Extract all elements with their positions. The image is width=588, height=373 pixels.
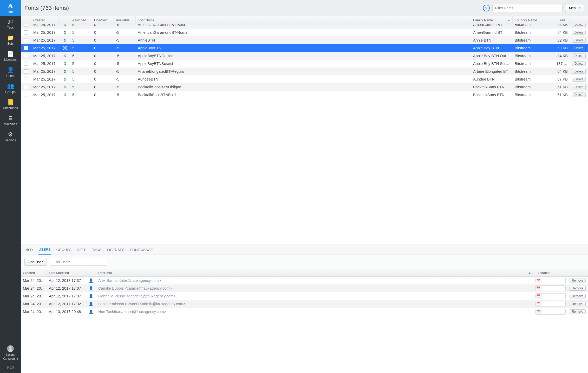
- sidebar-users[interactable]: 👤Users: [0, 64, 21, 81]
- delete-button[interactable]: Delete: [572, 61, 586, 66]
- user-row[interactable]: Mar 24, 2017Apr 12, 2017 17:37👤Gabriella…: [21, 292, 588, 300]
- ucell-userinfo: Gabriella Russo <gabriella@fauxagency.co…: [96, 294, 533, 298]
- expiration-input[interactable]: 📅: [535, 301, 566, 307]
- cell-created: Mar 25, 2017: [31, 54, 60, 58]
- delete-button[interactable]: Delete: [572, 30, 586, 35]
- col-foundry-name[interactable]: Foundry Name: [513, 16, 554, 24]
- user-row[interactable]: Mar 24, 2017Apr 12, 2017 17:32👤Lucas Kar…: [21, 300, 588, 308]
- row-checkbox[interactable]: [24, 38, 28, 42]
- sidebar-groups[interactable]: 👥Groups: [0, 81, 21, 97]
- font-row[interactable]: Mar 25, 2017O50-5AundeeBTNAundee BTNBits…: [21, 75, 588, 83]
- ucol-created[interactable]: Created: [21, 269, 47, 276]
- remove-button[interactable]: Remove: [570, 309, 586, 314]
- font-row[interactable]: Mar 25, 2017O50-5AnnieBTNAnnie BTNBitstr…: [21, 36, 588, 44]
- row-checkbox[interactable]: [24, 62, 28, 66]
- sidebar-machines[interactable]: 🖥Machines: [0, 113, 21, 129]
- row-checkbox[interactable]: [24, 24, 28, 27]
- expiration-input[interactable]: 📅: [535, 309, 566, 315]
- col-family-name[interactable]: Family Name▲: [471, 16, 513, 24]
- filter-users-input[interactable]: [50, 258, 107, 266]
- ucell-userinfo: Camille Dubois <camille@fauxagency.com>: [96, 286, 533, 290]
- font-row[interactable]: Mar 25, 2017O50-5BacktalkSansBTNObliqueB…: [21, 83, 588, 91]
- tab-tags[interactable]: TAGS: [92, 245, 102, 254]
- tab-font-usage[interactable]: FONT USAGE: [130, 245, 153, 254]
- user-row[interactable]: Mar 24, 2017Apr 12, 2017 17:37👤Camille D…: [21, 284, 588, 292]
- ucol-userinfo[interactable]: User Info▲: [96, 269, 533, 276]
- col-size[interactable]: Size: [554, 16, 570, 24]
- user-row[interactable]: Mar 24, 2017Apr 12, 2017 17:37👤Alex Bart…: [21, 277, 588, 284]
- cell-assigned: 5: [70, 62, 92, 66]
- menu-button[interactable]: Menu ▾: [565, 4, 584, 12]
- cell-family-name: AmeriGarmnd BT: [471, 30, 513, 35]
- sidebar-sets[interactable]: 📁Sets: [0, 32, 21, 48]
- tab-groups[interactable]: GROUPS: [56, 245, 72, 254]
- font-row[interactable]: Mar 25, 2017O50-5AppleBoyBTNApple Boy BT…: [21, 44, 588, 52]
- row-checkbox[interactable]: [24, 69, 28, 74]
- app-version: 9.0.8: [0, 363, 21, 373]
- calendar-icon: 📅: [536, 301, 541, 307]
- expiration-input[interactable]: 📅: [535, 293, 566, 299]
- row-checkbox[interactable]: [24, 93, 28, 97]
- sidebar-directories[interactable]: 📒Directories: [0, 97, 21, 113]
- add-user-button[interactable]: Add User: [24, 258, 47, 266]
- cell-licensed: 0: [92, 54, 114, 58]
- cell-size: 51 KB: [554, 85, 570, 89]
- scrollbar[interactable]: [585, 24, 587, 97]
- tab-licenses[interactable]: LICENSES: [107, 245, 125, 254]
- current-user-menu[interactable]: Lucas Karlsson ▾: [0, 343, 21, 363]
- sidebar-item-label: Sets: [7, 42, 14, 45]
- user-row[interactable]: Mar 24, 2017Apr 13, 2017 20:48👤Nori Tach…: [21, 308, 588, 316]
- delete-button[interactable]: Delete: [572, 77, 586, 82]
- tab-users[interactable]: USERS: [38, 245, 51, 255]
- tab-sets[interactable]: SETS: [77, 245, 86, 254]
- col-font-name[interactable]: Font Name: [136, 16, 471, 24]
- font-row[interactable]: Mar 25, 2017O50-5BacktalkSansBTNBoldBack…: [21, 91, 588, 97]
- cell-available: -5: [114, 54, 136, 58]
- remove-button[interactable]: Remove: [570, 278, 586, 283]
- delete-button[interactable]: Delete: [572, 38, 586, 43]
- col-licensed[interactable]: Licensed: [92, 16, 114, 24]
- col-assigned[interactable]: Assigned: [70, 16, 92, 24]
- remove-button[interactable]: Remove: [570, 302, 586, 306]
- cell-size: 137 KB: [554, 62, 570, 66]
- tab-info[interactable]: INFO: [24, 245, 33, 254]
- ucol-modified[interactable]: Last Modified: [47, 269, 86, 276]
- current-user-name: Lucas: [6, 353, 15, 357]
- col-created[interactable]: Created: [31, 16, 60, 24]
- delete-button[interactable]: Delete: [572, 24, 586, 27]
- delete-button[interactable]: Delete: [572, 69, 586, 74]
- cell-font-name: BacktalkSansBTNOblique: [136, 85, 471, 89]
- delete-button[interactable]: Delete: [572, 92, 586, 97]
- col-checkbox[interactable]: [21, 16, 31, 24]
- font-row[interactable]: Mar 25, 2017O50-5AmericanGaramondBT-Bold…: [21, 24, 588, 29]
- sidebar-licenses[interactable]: 📄Licenses: [0, 48, 21, 64]
- ucol-expiration[interactable]: Expiration: [533, 269, 567, 276]
- fonts-table-body[interactable]: Mar 25, 2017O50-5AmericanGaramondBT-Bold…: [21, 24, 588, 97]
- delete-button[interactable]: Delete: [572, 54, 586, 58]
- font-type-icon: O: [63, 24, 67, 27]
- help-icon[interactable]: ?: [483, 5, 490, 11]
- sidebar-settings[interactable]: ⚙Settings: [0, 129, 21, 145]
- font-row[interactable]: Mar 25, 2017O50-5ArtaneElongatedBT-Regul…: [21, 68, 588, 75]
- font-row[interactable]: Mar 25, 2017O50-5AppleBoyBTNOutlineApple…: [21, 52, 588, 60]
- remove-button[interactable]: Remove: [570, 294, 586, 298]
- col-available[interactable]: Available: [114, 16, 136, 24]
- row-checkbox[interactable]: [24, 46, 28, 50]
- row-checkbox[interactable]: [24, 85, 28, 89]
- col-preview[interactable]: [60, 16, 70, 24]
- expiration-input[interactable]: 📅: [535, 278, 566, 283]
- delete-button[interactable]: Delete: [572, 85, 586, 89]
- font-row[interactable]: Mar 25, 2017O50-5AppleBoyBTNScratchApple…: [21, 60, 588, 68]
- filter-fonts-input[interactable]: [492, 4, 563, 12]
- cell-assigned: 5: [70, 54, 92, 58]
- sidebar-tags[interactable]: 🏷Tags: [0, 16, 21, 32]
- sidebar-fonts[interactable]: A Fonts: [0, 0, 21, 16]
- row-checkbox[interactable]: [24, 30, 28, 35]
- expiration-input[interactable]: 📅: [535, 285, 566, 291]
- calendar-icon: 📅: [536, 294, 541, 299]
- font-row[interactable]: Mar 25, 2017O50-5AmericanGaramondBT-Roma…: [21, 29, 588, 36]
- remove-button[interactable]: Remove: [570, 286, 586, 291]
- delete-button[interactable]: Delete: [572, 46, 586, 50]
- row-checkbox[interactable]: [24, 54, 28, 58]
- row-checkbox[interactable]: [24, 77, 28, 81]
